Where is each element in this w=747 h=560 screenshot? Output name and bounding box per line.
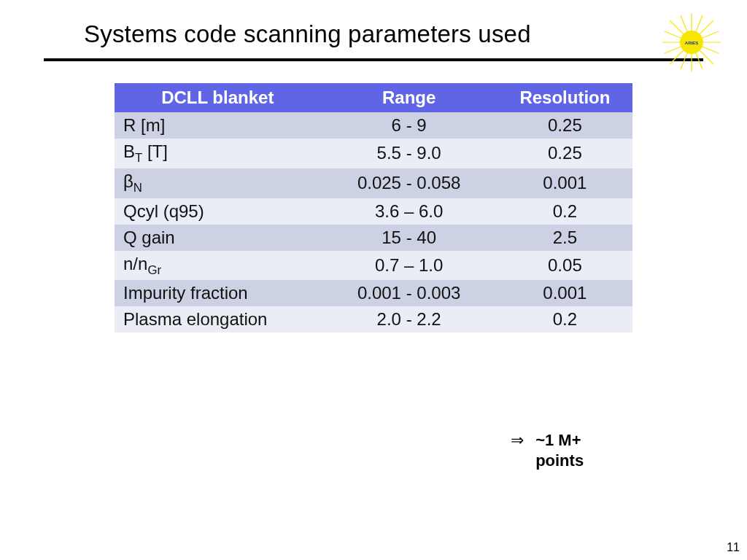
cell-resolution: 0.25 xyxy=(498,112,632,139)
col-header-range: Range xyxy=(321,83,498,112)
cell-range: 2.0 - 2.2 xyxy=(321,306,498,332)
col-header-resolution: Resolution xyxy=(498,83,632,112)
cell-range: 0.025 - 0.058 xyxy=(321,168,498,198)
cell-resolution: 0.2 xyxy=(498,306,632,332)
cell-parameter: βN xyxy=(115,168,321,198)
table-row: R [m]6 - 90.25 xyxy=(115,112,632,139)
cell-resolution: 0.001 xyxy=(498,168,632,198)
cell-range: 15 - 40 xyxy=(321,225,498,251)
cell-resolution: 0.2 xyxy=(498,198,632,225)
cell-range: 3.6 – 6.0 xyxy=(321,198,498,225)
cell-resolution: 0.001 xyxy=(498,280,632,306)
footnote-line1: ~1 M+ xyxy=(535,431,581,449)
table-row: Impurity fraction0.001 - 0.0030.001 xyxy=(115,280,632,306)
table-row: n/nGr0.7 – 1.00.05 xyxy=(115,251,632,281)
table-row: Qcyl (q95)3.6 – 6.00.2 xyxy=(115,198,632,225)
footnote: ⇒ ~1 M+ points xyxy=(511,430,584,470)
parameters-table: DCLL blanket Range Resolution R [m]6 - 9… xyxy=(115,83,632,332)
arrow-icon: ⇒ xyxy=(511,430,531,451)
cell-parameter: BT [T] xyxy=(115,139,321,168)
cell-parameter: Impurity fraction xyxy=(115,280,321,306)
cell-resolution: 2.5 xyxy=(498,225,632,251)
aries-sun-logo-icon: ARIES xyxy=(662,13,721,74)
table-row: βN0.025 - 0.0580.001 xyxy=(115,168,632,198)
cell-parameter: n/nGr xyxy=(115,251,321,281)
cell-range: 5.5 - 9.0 xyxy=(321,139,498,168)
col-header-parameter: DCLL blanket xyxy=(115,83,321,112)
cell-range: 0.001 - 0.003 xyxy=(321,280,498,306)
cell-resolution: 0.05 xyxy=(498,251,632,281)
cell-parameter: Plasma elongation xyxy=(115,306,321,332)
header-divider xyxy=(44,58,703,61)
footnote-line2: points xyxy=(535,451,584,470)
cell-parameter: Qcyl (q95) xyxy=(115,198,321,225)
cell-range: 6 - 9 xyxy=(321,112,498,139)
page-title: Systems code scanning parameters used xyxy=(84,20,703,48)
cell-resolution: 0.25 xyxy=(498,139,632,168)
table-row: BT [T]5.5 - 9.00.25 xyxy=(115,139,632,168)
table-row: Plasma elongation2.0 - 2.20.2 xyxy=(115,306,632,332)
page-number: 11 xyxy=(727,541,740,554)
table-row: Q gain15 - 402.5 xyxy=(115,225,632,251)
cell-parameter: R [m] xyxy=(115,112,321,139)
cell-range: 0.7 – 1.0 xyxy=(321,251,498,281)
cell-parameter: Q gain xyxy=(115,225,321,251)
svg-text:ARIES: ARIES xyxy=(685,41,698,45)
